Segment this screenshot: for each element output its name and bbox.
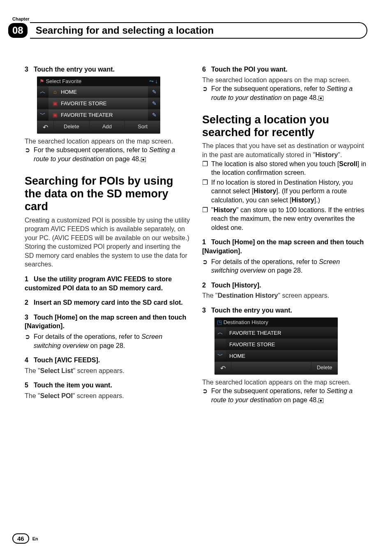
flag-icon: ⚑ [39, 78, 44, 84]
recent-paragraph: The places that you have set as destinat… [202, 141, 367, 159]
poi-paragraph: Creating a customized POI is possible by… [25, 216, 190, 269]
mock1-row-1-main: ⌂HOME [48, 86, 148, 97]
mock1-row-2-label: FAVORITE STORE [61, 100, 106, 107]
mock2-row-3: ﹀ HOME [214, 350, 338, 361]
bullet-item: The location is also stored when you tou… [211, 160, 367, 177]
step-num: 1 [202, 238, 211, 247]
note-b: on page 28. [88, 342, 125, 349]
step-num: 3 [25, 313, 34, 322]
mock2-row-3-main: HOME [226, 350, 338, 361]
scroll-up-icon: ︿ [214, 327, 226, 338]
destination-history-screenshot: ◳ Destination History ︿ FAVORITE THEATER… [214, 317, 338, 375]
b3-bold: History [214, 206, 236, 213]
mock2-title: Destination History [224, 319, 268, 325]
txt-bold: History [315, 151, 338, 158]
step-text: Touch [History]. [211, 282, 261, 289]
end-mark-icon: ■ [318, 398, 323, 403]
txt-b: " screen appears. [73, 367, 125, 374]
step-num: 6 [202, 65, 211, 74]
mock1-titlebar: ⚑ Select Favorite ⤳↓ [37, 76, 160, 86]
end-mark-icon: ■ [318, 96, 323, 101]
mock2-titlebar: ◳ Destination History [214, 317, 338, 327]
page-footer: 46 En [12, 533, 38, 544]
edit-icon: ✎ [148, 98, 160, 109]
step-num: 3 [202, 306, 211, 315]
left-column: 3Touch the entry you want. ⚑ Select Favo… [25, 59, 190, 405]
mock1-title: Select Favorite [46, 78, 82, 84]
down-icon: ↓ [155, 78, 158, 84]
mock2-row-2-main: FAVORITE STORE [226, 339, 338, 350]
scroll-up-icon: ︿ [37, 86, 48, 97]
chapter-title: Searching for and selecting a location [36, 25, 361, 36]
scroll-mid-icon [214, 339, 226, 350]
step-text: Touch [Home] on the map screen and then … [25, 314, 186, 330]
step-text: Touch [Home] on the map screen and then … [202, 239, 364, 255]
bullet-item: If no location is stored in Destination … [211, 178, 367, 205]
right-step-2: 2Touch [History]. [202, 281, 367, 290]
right-after-mock2-text: The searched location appears on the map… [202, 378, 367, 387]
right-step6-p: The searched location appears on the map… [202, 76, 367, 85]
txt-b: " screen appears. [73, 392, 124, 399]
step-num: 4 [25, 356, 34, 365]
store-icon: ▣ [52, 100, 58, 107]
back-icon: ↶ [214, 362, 231, 375]
step-text: Touch the POI you want. [211, 66, 287, 73]
chapter-header: 08 Searching for and selecting a locatio… [8, 22, 367, 39]
note-a: For details of the operations, refer to [34, 333, 141, 340]
step-text: Touch [AVIC FEEDS]. [34, 357, 100, 364]
mock1-row-1-label: HOME [61, 89, 77, 95]
chapter-label: Chapter [12, 16, 367, 21]
left-poi-step-4: 4Touch [AVIC FEEDS]. [25, 356, 190, 365]
note-item: For details of the operations, refer to … [34, 332, 190, 350]
txt-bold: Select POI [40, 392, 73, 399]
note-item: For the subsequent operations, refer to … [211, 84, 367, 102]
b2-bold2: History [292, 197, 314, 204]
scroll-down-icon: ﹀ [214, 350, 226, 361]
step-text: Touch the item you want. [34, 382, 112, 389]
left-step-3: 3Touch the entry you want. [25, 65, 190, 74]
right-step-1: 1Touch [Home] on the map screen and then… [202, 238, 367, 255]
chapter-title-wrap: Searching for and selecting a location [30, 22, 367, 39]
mock1-row-2-main: ▣FAVORITE STORE [48, 98, 148, 109]
edit-icon: ✎ [148, 86, 160, 97]
step-num: 3 [25, 65, 34, 74]
right-step-3: 3Touch the entry you want. [202, 306, 367, 315]
right-step2-after: The "Destination History" screen appears… [202, 291, 367, 300]
note-b: on page 48. [104, 155, 141, 162]
route-icon: ⤳ [149, 78, 154, 84]
b1-bold: Scroll [339, 160, 357, 167]
step-text: Touch the entry you want. [34, 66, 115, 73]
step-text: Insert an SD memory card into the SD car… [34, 299, 183, 306]
right-step1-notes: For details of the operations, refer to … [202, 257, 367, 275]
mock2-bottom-bar: ↶ Delete [214, 361, 338, 375]
b2-c: ].) [314, 197, 320, 204]
right-step6-notes: For the subsequent operations, refer to … [202, 84, 367, 102]
mock2-delete-button: Delete [311, 362, 338, 375]
b1-a: The location is also stored when you tou… [211, 160, 339, 167]
note-a: For the subsequent operations, refer to [211, 85, 327, 92]
mock1-bottom-bar: ↶ Delete Add Sort [37, 120, 160, 134]
mock2-spacer [231, 362, 311, 375]
left-poi-step-5: 5Touch the item you want. [25, 381, 190, 390]
txt-a: The " [202, 292, 218, 299]
language-label: En [32, 536, 38, 541]
left-poi-step-2: 2Insert an SD memory card into the SD ca… [25, 298, 190, 307]
txt-bold: Destination History [218, 292, 278, 299]
note-item: For the subsequent operations, refer to … [34, 146, 190, 163]
note-a: For details of the operations, refer to [211, 258, 319, 265]
end-mark-icon: ■ [141, 157, 146, 162]
back-icon: ↶ [37, 121, 53, 134]
clock-icon: ◳ [217, 319, 222, 325]
mock1-row-3-main: ▣FAVORITE THEATER [48, 109, 148, 120]
note-a: For the subsequent operations, refer to [34, 146, 149, 153]
bullet-item: "History" can store up to 100 locations.… [211, 206, 367, 232]
note-item: For the subsequent operations, refer to … [211, 387, 367, 404]
step-num: 1 [25, 275, 34, 284]
recent-heading: Selecting a location you searched for re… [202, 114, 367, 139]
mock2-row-3-label: HOME [229, 353, 245, 359]
scroll-down-icon: ﹀ [37, 109, 48, 120]
right-step-6: 6Touch the POI you want. [202, 65, 367, 74]
edit-icon: ✎ [148, 109, 160, 120]
left-after-mock1-notes: For the subsequent operations, refer to … [25, 146, 190, 163]
poi-heading: Searching for POIs by using the data on … [25, 175, 190, 213]
